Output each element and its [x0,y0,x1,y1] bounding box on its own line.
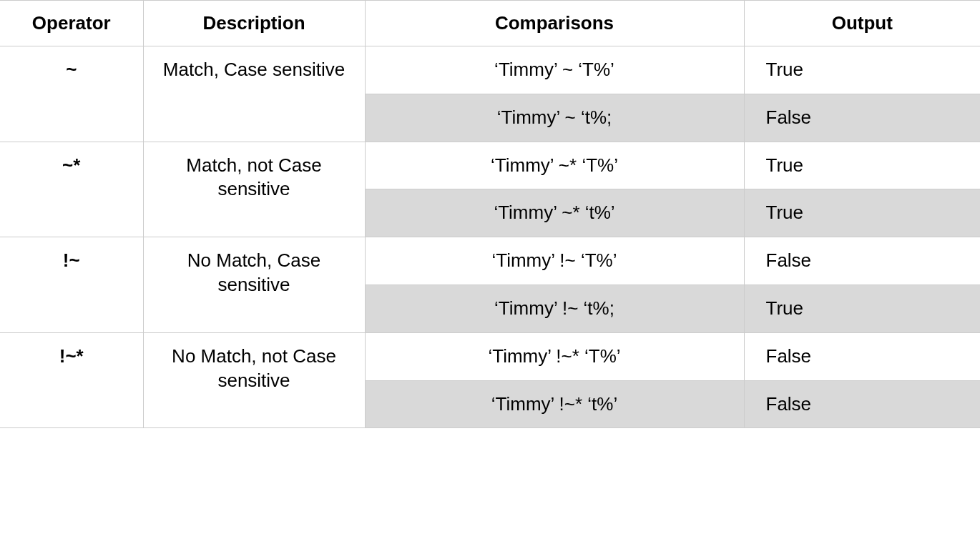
table-row: !~*No Match, not Case sensitive‘Timmy’ !… [0,332,980,380]
operator-cell: !~ [0,237,143,333]
comparison-cell: ‘Timmy’ !~* ‘T%’ [365,332,744,380]
description-cell: No Match, not Case sensitive [143,332,365,428]
operator-cell: ~* [0,142,143,237]
comparison-cell: ‘Timmy’ !~* ‘t%’ [365,380,744,428]
operator-cell: ~ [0,46,143,142]
table-row: !~No Match, Case sensitive‘Timmy’ !~ ‘T%… [0,237,980,285]
operators-table: Operator Description Comparisons Output … [0,0,980,428]
output-cell: False [744,332,980,380]
header-operator: Operator [0,1,143,46]
output-cell: False [744,237,980,285]
comparison-cell: ‘Timmy’ !~ ‘T%’ [365,237,744,285]
header-description: Description [143,1,365,46]
table-header-row: Operator Description Comparisons Output [0,1,980,46]
description-cell: Match, Case sensitive [143,46,365,142]
output-cell: True [744,142,980,189]
output-cell: False [744,380,980,428]
header-output: Output [744,1,980,46]
operator-cell: !~* [0,332,143,428]
output-cell: False [744,94,980,142]
table-row: ~Match, Case sensitive‘Timmy’ ~ ‘T%’True [0,46,980,94]
description-cell: Match, not Case sensitive [143,142,365,237]
output-cell: True [744,46,980,94]
comparison-cell: ‘Timmy’ !~ ‘t%; [365,285,744,332]
comparison-cell: ‘Timmy’ ~* ‘T%’ [365,142,744,189]
description-cell: No Match, Case sensitive [143,237,365,333]
comparison-cell: ‘Timmy’ ~ ‘T%’ [365,46,744,94]
output-cell: True [744,189,980,237]
table-row: ~*Match, not Case sensitive‘Timmy’ ~* ‘T… [0,142,980,189]
output-cell: True [744,285,980,332]
header-comparisons: Comparisons [365,1,744,46]
comparison-cell: ‘Timmy’ ~* ‘t%’ [365,189,744,237]
comparison-cell: ‘Timmy’ ~ ‘t%; [365,94,744,142]
